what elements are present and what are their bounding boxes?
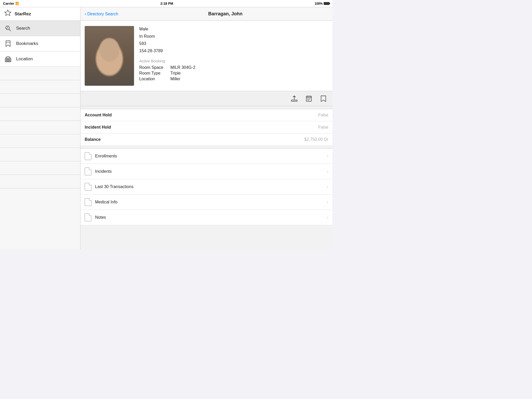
profile-image — [85, 26, 134, 86]
svg-marker-0 — [5, 10, 11, 16]
incident-hold-label: Incident Hold — [85, 125, 318, 130]
svg-rect-11 — [8, 61, 9, 62]
booking-room-type-value: Triple — [170, 71, 181, 76]
search-icon — [4, 24, 12, 32]
profile-info: Male In Room 593 154-28-3789 Active Book… — [139, 26, 328, 86]
balance-label: Balance — [85, 137, 304, 142]
booking-room-type-key: Room Type — [139, 71, 170, 76]
sidebar-location-label: Location — [16, 56, 33, 62]
battery-icon — [324, 2, 329, 5]
section-item-medical[interactable]: Medical Info › — [81, 195, 332, 210]
sidebar-header: StarRez — [0, 7, 80, 21]
booking-location-value: Miller — [170, 77, 180, 81]
notes-chevron-icon: › — [327, 215, 328, 220]
notes-icon — [85, 214, 91, 221]
medical-icon — [85, 198, 91, 206]
battery-percent: 100% — [315, 2, 323, 5]
sidebar-bookmarks-label: Bookmarks — [16, 41, 38, 46]
nav-header: ‹ Directory Search Barragan, John — [81, 7, 332, 21]
back-button[interactable]: ‹ Directory Search — [85, 11, 118, 17]
action-bar — [81, 91, 332, 106]
bottom-spacer — [81, 225, 332, 230]
booking-room-space: Room Space MILR 304G-2 — [139, 65, 328, 70]
carrier-info: Carrier 📶 — [3, 2, 19, 5]
location-icon — [4, 55, 12, 63]
profile-gender: Male — [139, 26, 328, 32]
svg-rect-7 — [6, 59, 7, 60]
svg-line-2 — [9, 29, 11, 31]
page-title: Barragan, John — [122, 11, 328, 17]
svg-rect-8 — [8, 59, 9, 60]
profile-room: 593 — [139, 41, 328, 47]
sidebar-item-bookmarks[interactable]: Bookmarks — [0, 36, 80, 51]
booking-room-space-value: MILR 304G-2 — [170, 65, 195, 70]
back-chevron-icon: ‹ — [85, 11, 86, 17]
enrollments-icon — [85, 152, 91, 160]
account-hold-row: Account Hold False — [81, 109, 332, 121]
section-item-enrollments[interactable]: Enrollments › — [81, 149, 332, 164]
app-container: StarRez Search — [0, 7, 332, 249]
balance-row: Balance $2,750.00 Dr — [81, 134, 332, 146]
profile-status: In Room — [139, 33, 328, 39]
bookmark-icon — [4, 40, 12, 48]
sidebar-nav: Search Bookmarks — [0, 21, 80, 249]
medical-chevron-icon: › — [327, 200, 328, 204]
info-table: Account Hold False Incident Hold False B… — [81, 109, 332, 146]
svg-rect-9 — [9, 59, 10, 60]
booking-location-key: Location — [139, 77, 170, 81]
incidents-icon — [85, 168, 91, 175]
incidents-chevron-icon: › — [327, 169, 328, 174]
sidebar-item-location[interactable]: Location — [0, 51, 80, 67]
svg-line-4 — [6, 28, 8, 29]
status-bar: Carrier 📶 2:18 PM 100% — [0, 0, 332, 7]
upload-button[interactable] — [289, 94, 299, 104]
booking-label: Active Booking — [139, 59, 328, 63]
account-hold-label: Account Hold — [85, 113, 318, 117]
profile-photo — [85, 26, 134, 86]
sidebar-search-label: Search — [16, 26, 30, 31]
last30-label: Last 30 Transactions — [95, 184, 323, 189]
section-list: Enrollments › Incidents › Last 30 Transa… — [81, 148, 332, 225]
incidents-label: Incidents — [95, 169, 323, 174]
account-hold-value: False — [318, 113, 328, 117]
booking-room-space-key: Room Space — [139, 65, 170, 70]
booking-room-type: Room Type Triple — [139, 71, 328, 76]
enrollments-chevron-icon: › — [327, 154, 328, 158]
sidebar: StarRez Search — [0, 7, 81, 249]
last30-chevron-icon: › — [327, 184, 328, 189]
sidebar-app-title: StarRez — [15, 11, 31, 17]
notes-label: Notes — [95, 215, 323, 220]
svg-rect-14 — [291, 100, 297, 101]
battery-info: 100% — [315, 2, 329, 5]
svg-rect-12 — [9, 61, 10, 62]
last30-icon — [85, 183, 91, 191]
main-content: ‹ Directory Search Barragan, John Male I… — [81, 7, 332, 249]
wifi-icon: 📶 — [15, 2, 19, 5]
incident-hold-value: False — [318, 125, 328, 130]
svg-rect-10 — [6, 61, 7, 62]
section-item-incidents[interactable]: Incidents › — [81, 164, 332, 179]
edit-button[interactable] — [304, 94, 314, 104]
enrollments-label: Enrollments — [95, 154, 323, 158]
profile-id: 154-28-3789 — [139, 48, 328, 54]
back-label: Directory Search — [87, 12, 118, 16]
booking-section: Active Booking Room Space MILR 304G-2 Ro… — [139, 59, 328, 81]
sidebar-item-search[interactable]: Search — [0, 21, 80, 36]
medical-label: Medical Info — [95, 200, 323, 204]
profile-section: Male In Room 593 154-28-3789 Active Book… — [81, 21, 332, 91]
section-item-last30[interactable]: Last 30 Transactions › — [81, 179, 332, 195]
sidebar-filler — [0, 67, 80, 188]
status-time: 2:18 PM — [160, 2, 173, 5]
balance-value: $2,750.00 Dr — [304, 137, 328, 142]
carrier-label: Carrier — [3, 2, 14, 5]
booking-location: Location Miller — [139, 77, 328, 81]
bookmark-button[interactable] — [318, 94, 328, 104]
star-logo-icon — [4, 9, 11, 18]
section-item-notes[interactable]: Notes › — [81, 210, 332, 225]
incident-hold-row: Incident Hold False — [81, 121, 332, 134]
